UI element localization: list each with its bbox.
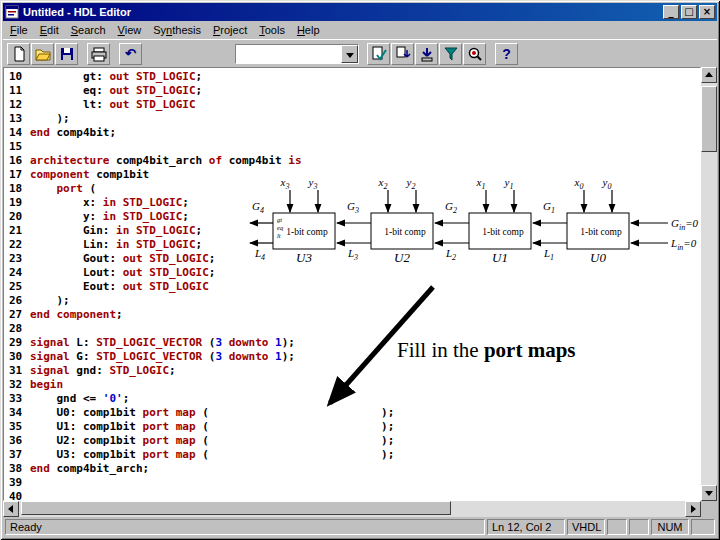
open-folder-icon	[35, 46, 51, 62]
code-line: 26 );	[4, 294, 700, 308]
code-line: 12 lt: out STD_LOGIC	[4, 98, 700, 112]
module-selector-input[interactable]	[236, 45, 341, 63]
code-line: 21 Gin: in STD_LOGIC;	[4, 224, 700, 238]
code-line: 18 port (	[4, 182, 700, 196]
code-line: 17component comp1bit	[4, 168, 700, 182]
code-line: 29signal L: STD_LOGIC_VECTOR (3 downto 1…	[4, 336, 700, 350]
undo-icon: ↶	[125, 46, 136, 61]
code-line: 16architecture comp4bit_arch of comp4bit…	[4, 154, 700, 168]
check-syntax-icon	[371, 46, 387, 62]
code-line: 31signal gnd: STD_LOGIC;	[4, 364, 700, 378]
code-line: 23 Gout: out STD_LOGIC;	[4, 252, 700, 266]
view-report-button[interactable]	[463, 43, 486, 65]
code-line: 24 Lout: out STD_LOGIC;	[4, 266, 700, 280]
menubar: FileEditSearchViewSynthesisProjectToolsH…	[3, 21, 717, 39]
maximize-button[interactable]: □	[681, 5, 697, 19]
code-line: 40	[4, 490, 700, 501]
help-icon: ?	[502, 46, 511, 62]
open-file-button[interactable]	[31, 43, 54, 65]
down-arrow-doc-icon	[419, 46, 435, 62]
code-line: 38end comp4bit_arch;	[4, 462, 700, 476]
horizontal-scroll-track[interactable]	[451, 501, 685, 517]
toolbar: ↶ ?	[3, 39, 717, 67]
status-cursor-position: Ln 12, Col 2	[487, 519, 565, 535]
code-line: 10 gt: out STD_LOGIC;	[4, 70, 700, 84]
titlebar: Untitled - HDL Editor _ □ ×	[3, 3, 717, 21]
printer-icon	[91, 46, 107, 62]
code-line: 14end comp4bit;	[4, 126, 700, 140]
code-line: 20 y: in STD_LOGIC;	[4, 210, 700, 224]
check-syntax-button[interactable]	[367, 43, 390, 65]
save-floppy-icon	[59, 46, 75, 62]
code-line: 34 U0: comp1bit port map ( );	[4, 406, 700, 420]
code-line: 22 Lin: in STD_LOGIC;	[4, 238, 700, 252]
synthesize-button[interactable]	[439, 43, 462, 65]
code-line: 11 eq: out STD_LOGIC;	[4, 84, 700, 98]
undo-button[interactable]: ↶	[119, 43, 142, 65]
scroll-up-button[interactable]	[701, 67, 717, 83]
vertical-scrollbar[interactable]	[701, 67, 717, 501]
code-line: 19 x: in STD_LOGIC;	[4, 196, 700, 210]
scroll-down-button[interactable]	[701, 485, 717, 501]
app-icon	[5, 5, 19, 19]
menu-synthesis[interactable]: Synthesis	[147, 22, 207, 38]
doc-arrow-icon	[395, 46, 411, 62]
code-line: 25 Eout: out STD_LOGIC	[4, 280, 700, 294]
code-line: 36 U2: comp1bit port map ( );	[4, 434, 700, 448]
status-empty-2	[629, 519, 649, 535]
statusbar: Ready Ln 12, Col 2 VHDL NUM	[3, 517, 717, 537]
module-selector[interactable]	[235, 44, 359, 64]
new-file-button[interactable]	[7, 43, 30, 65]
horizontal-scroll-thumb[interactable]	[21, 501, 451, 515]
code-line: 37 U3: comp1bit port map ( );	[4, 448, 700, 462]
save-button[interactable]	[55, 43, 78, 65]
code-line: 35 U1: comp1bit port map ( );	[4, 420, 700, 434]
horizontal-scrollbar[interactable]	[3, 501, 701, 517]
new-file-icon	[11, 46, 27, 62]
code-line: 13 );	[4, 112, 700, 126]
menu-search[interactable]: Search	[65, 22, 112, 38]
code-editor[interactable]: 10 gt: out STD_LOGIC;11 eq: out STD_LOGI…	[3, 67, 701, 501]
help-button[interactable]: ?	[495, 43, 518, 65]
menu-view[interactable]: View	[112, 22, 148, 38]
window-title: Untitled - HDL Editor	[23, 6, 661, 18]
code-line: 27end component;	[4, 308, 700, 322]
import-template-button[interactable]	[415, 43, 438, 65]
code-line: 30signal G: STD_LOGIC_VECTOR (3 downto 1…	[4, 350, 700, 364]
status-empty-1	[607, 519, 627, 535]
code-line: 33 gnd <= '0';	[4, 392, 700, 406]
scroll-left-button[interactable]	[3, 501, 19, 517]
magnifier-icon	[467, 46, 483, 62]
scrollbar-corner	[701, 501, 717, 517]
print-button[interactable]	[87, 43, 110, 65]
menu-file[interactable]: File	[4, 22, 34, 38]
status-empty-3	[691, 519, 715, 535]
code-line: 15	[4, 140, 700, 154]
code-line: 32begin	[4, 378, 700, 392]
menu-tools[interactable]: Tools	[253, 22, 291, 38]
vertical-scroll-thumb[interactable]	[701, 86, 717, 152]
funnel-icon	[443, 46, 459, 62]
status-ready: Ready	[5, 519, 485, 535]
menu-edit[interactable]: Edit	[34, 22, 65, 38]
close-button[interactable]: ×	[699, 5, 715, 19]
status-language-mode: VHDL	[567, 519, 605, 535]
minimize-button[interactable]: _	[663, 5, 679, 19]
hdl-editor-window: Untitled - HDL Editor _ □ × FileEditSear…	[0, 0, 720, 540]
vertical-scroll-track[interactable]	[701, 152, 717, 485]
scroll-right-button[interactable]	[685, 501, 701, 517]
dropdown-arrow-icon[interactable]	[341, 45, 358, 63]
add-to-project-button[interactable]	[391, 43, 414, 65]
code-line: 39	[4, 476, 700, 490]
status-num-lock: NUM	[651, 519, 689, 535]
code-line: 28	[4, 322, 700, 336]
menu-help[interactable]: Help	[291, 22, 326, 38]
menu-project[interactable]: Project	[207, 22, 253, 38]
